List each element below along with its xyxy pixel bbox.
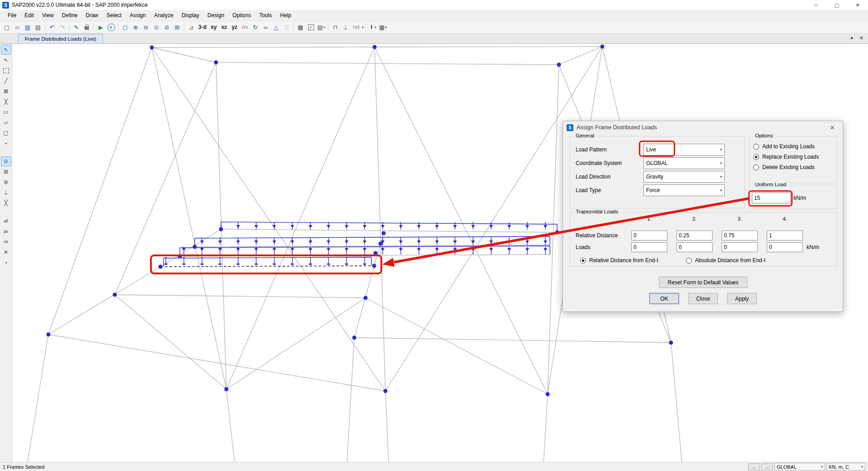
save-model-button[interactable]: ▥ [23, 22, 33, 32]
move-down-structure-button[interactable]: ▽ [282, 22, 291, 32]
view-xz-button[interactable]: xz [219, 22, 229, 32]
pan-button[interactable]: ⊞ [172, 22, 182, 32]
draw-special-joint-button[interactable]: ▢ [1, 128, 11, 138]
draw-frame-button[interactable]: ╱ [1, 76, 11, 86]
draw-poly-area-button[interactable]: ▱ [1, 118, 11, 127]
quick-draw-braces-button[interactable]: ╳ [1, 97, 11, 107]
menu-draw[interactable]: Draw [82, 10, 103, 21]
menu-options[interactable]: Options [228, 10, 255, 21]
trap-load-input-2[interactable] [676, 242, 713, 252]
selected-beam[interactable] [160, 266, 374, 267]
snap-to-intersections-button[interactable]: ╳ [1, 198, 11, 208]
menu-view[interactable]: View [38, 10, 58, 21]
frame-sections-button[interactable]: I▾ [368, 22, 378, 32]
view-yz-button[interactable]: yz [230, 22, 239, 32]
deselect-button[interactable]: ✕ [1, 247, 11, 257]
close-button[interactable]: ✕ [847, 0, 868, 10]
menu-analyze[interactable]: Analyze [150, 10, 178, 21]
trap-distance-input-4[interactable] [767, 231, 803, 240]
get-previous-selection-button[interactable]: ps [1, 226, 11, 236]
units-select[interactable]: KN, m, C ▾ [826, 463, 865, 471]
dialog-title-bar[interactable]: S Assign Frame Distributed Loads ✕ [563, 121, 843, 134]
select-more-dropdown[interactable]: ▾ [1, 258, 11, 268]
absolute-distance-radio[interactable]: Absolute Distance from End-I [682, 255, 769, 265]
trap-load-input-4[interactable] [767, 242, 803, 252]
run-step-button[interactable]: ▸ [106, 22, 116, 32]
rubber-band-zoom-button[interactable]: ◻ [120, 22, 130, 32]
menu-assign[interactable]: Assign [126, 10, 150, 21]
tab-close-icon[interactable]: ✕ [859, 35, 863, 41]
perspective-toggle-button[interactable]: ∞ [261, 22, 271, 32]
view-nv-button[interactable]: nv [240, 22, 250, 32]
start-animation-back-button[interactable]: ← [748, 463, 760, 471]
redo-button[interactable]: ↷ [57, 22, 67, 32]
default-3d-view-button[interactable]: ⊿ [186, 22, 196, 32]
snap-to-grid-button[interactable]: ⊞ [1, 167, 11, 177]
select-pointer-button[interactable]: ↖ [1, 45, 11, 55]
grid-options-button[interactable]: ▦▾ [378, 22, 388, 32]
zoom-in-button[interactable]: ⊕ [131, 22, 141, 32]
tab-list-dropdown-icon[interactable]: ▾ [850, 35, 853, 41]
tab-frame-distributed-loads[interactable]: Frame Distributed Loads (Live) [18, 34, 103, 43]
clear-selection-button[interactable]: clr [1, 237, 11, 247]
rubber-band-select-button[interactable] [1, 66, 11, 75]
close-dialog-button[interactable]: Close [688, 293, 718, 304]
move-up-structure-button[interactable]: △ [271, 22, 281, 32]
add-to-existing-loads-radio[interactable]: Add to Existing Loads [750, 141, 837, 151]
shrink-objects-button[interactable]: ▦ [296, 22, 305, 32]
new-model-button[interactable]: ▢ [2, 22, 12, 32]
menu-help[interactable]: Help [276, 10, 296, 21]
reset-form-button[interactable]: Reset Form to Default Values [659, 277, 747, 288]
coordinate-system-select[interactable]: GLOBAL ▾ [774, 463, 825, 471]
open-model-button[interactable]: ▱ [12, 22, 22, 32]
load-direction-select[interactable]: Gravity ▾ [643, 171, 725, 183]
menu-file[interactable]: File [4, 10, 20, 21]
view-3d-button[interactable]: 3-d [197, 22, 208, 32]
section-designer-button[interactable]: ⊓ [330, 22, 340, 32]
menu-design[interactable]: Design [203, 10, 228, 21]
trap-distance-input-2[interactable] [676, 231, 713, 240]
rotate-view-button[interactable]: ↻ [250, 22, 260, 32]
reshape-object-button[interactable]: ↖ [1, 55, 11, 65]
apply-button[interactable]: Apply [727, 293, 757, 304]
run-analysis-button[interactable]: ▶ [96, 22, 106, 32]
trap-distance-input-1[interactable] [631, 231, 667, 240]
menu-select[interactable]: Select [103, 10, 126, 21]
trap-load-input-3[interactable] [722, 242, 758, 252]
coordinate-system-select[interactable]: GLOBAL ▾ [643, 157, 725, 169]
trap-distance-input-3[interactable] [722, 231, 758, 240]
undo-button[interactable]: ↶ [47, 22, 57, 32]
object-options-button[interactable]: ✓ [306, 22, 316, 32]
print-button[interactable]: ▤ [33, 22, 43, 32]
snap-to-perpendicular-button[interactable]: ⊥ [1, 188, 11, 198]
select-all-button[interactable]: all [1, 216, 11, 226]
dialog-close-icon[interactable]: ✕ [826, 124, 839, 131]
replace-existing-loads-radio[interactable]: Replace Existing Loads [750, 151, 837, 162]
load-type-select[interactable]: Force ▾ [643, 184, 725, 196]
previous-zoom-button[interactable]: ⊘ [162, 22, 172, 32]
menu-tools[interactable]: Tools [255, 10, 276, 21]
menu-display[interactable]: Display [178, 10, 203, 21]
joint-pattern-button[interactable]: ⊥ [341, 22, 351, 32]
start-animation-forward-button[interactable]: → [761, 463, 773, 471]
nd-spectra-button[interactable]: nd▾ [351, 22, 364, 32]
view-xy-button[interactable]: xy [209, 22, 219, 32]
uniform-load-input[interactable] [752, 193, 791, 203]
restore-full-view-button[interactable]: ⊙ [151, 22, 161, 32]
quick-draw-frame-button[interactable]: ⊠ [1, 86, 11, 96]
menu-define[interactable]: Define [58, 10, 82, 21]
display-options-button[interactable]: ▧▾ [316, 22, 326, 32]
load-pattern-select[interactable]: Live ▾ [643, 144, 725, 155]
zoom-out-button[interactable]: ⊖ [141, 22, 151, 32]
delete-existing-loads-radio[interactable]: Delete Existing Loads [750, 162, 837, 172]
refresh-view-button[interactable]: ✎ [71, 22, 81, 32]
draw-more-dropdown[interactable]: ▾ [1, 138, 11, 148]
maximize-button[interactable]: ▢ [826, 0, 847, 10]
snap-to-midpoints-button[interactable]: ⊚ [1, 177, 11, 187]
lock-model-button[interactable] [82, 22, 92, 32]
minimize-button[interactable]: ─ [806, 0, 826, 10]
relative-distance-radio[interactable]: Relative Distance from End-I [577, 255, 662, 265]
menu-edit[interactable]: Edit [20, 10, 38, 21]
trap-load-input-1[interactable] [631, 242, 667, 252]
ok-button[interactable]: OK [649, 293, 679, 304]
